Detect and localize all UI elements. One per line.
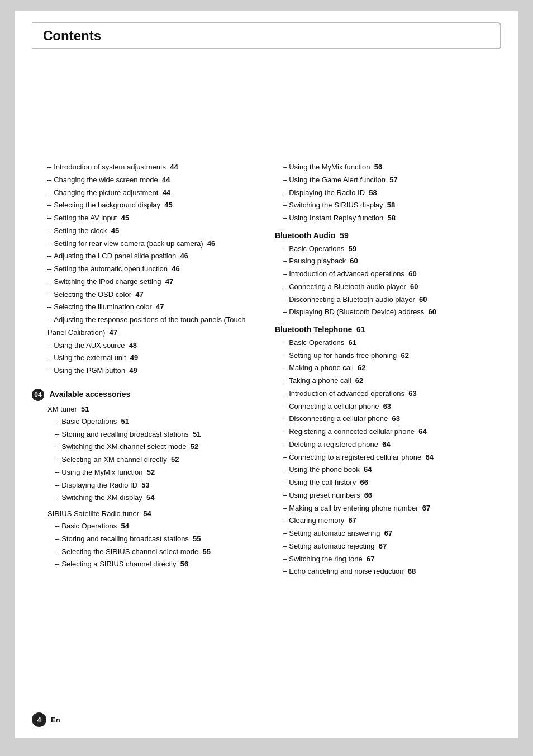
list-item: –Selecting an XM channel directly 52	[55, 453, 258, 466]
list-item: –Storing and recalling broadcast station…	[55, 428, 258, 441]
list-item: –Using Instant Replay function 58	[283, 212, 501, 225]
list-item: –Displaying the Radio ID 58	[283, 187, 501, 200]
list-item: –Setting automatic rejecting 67	[283, 540, 501, 553]
list-item: –Clearing memory 67	[283, 514, 501, 527]
list-item: –Using the Game Alert function 57	[283, 174, 501, 187]
list-item: –Introduction of advanced operations 63	[283, 388, 501, 400]
header: Contents	[32, 22, 501, 49]
page: Contents –Introduction of system adjustm…	[15, 11, 518, 738]
list-item: –Making a call by entering phone number …	[283, 502, 501, 515]
page-title: Contents	[43, 28, 101, 43]
list-item: –Changing the wide screen mode 44	[47, 174, 258, 187]
list-item: –Connecting a cellular phone 63	[283, 400, 501, 413]
list-item: –Switching the XM display 54	[55, 492, 258, 504]
list-item: –Switching the XM channel select mode 52	[55, 441, 258, 453]
xm-tuner-header: XM tuner 51	[32, 403, 258, 415]
section-04-header: 04 Available accessories	[32, 389, 258, 401]
list-item: –Adjusting the LCD panel slide position …	[47, 250, 258, 263]
list-item: –Setting up for hands-free phoning 62	[283, 349, 501, 362]
list-item: –Switching the SIRIUS display 58	[283, 199, 501, 212]
bt-phone-items: –Basic Operations 61 –Setting up for han…	[275, 337, 501, 578]
list-item: –Basic Operations 59	[283, 243, 501, 256]
list-item: –Displaying BD (Bluetooth Device) addres…	[283, 306, 501, 319]
list-item: –Displaying the Radio ID 53	[55, 479, 258, 492]
right-column: –Using the MyMix function 56 –Using the …	[275, 161, 501, 578]
list-item: –Using the AUX source 48	[47, 339, 258, 352]
bt-audio-header: Bluetooth Audio 59	[275, 229, 501, 243]
footer: 4 En	[32, 712, 60, 727]
sirius-continued: –Using the MyMix function 56 –Using the …	[275, 161, 501, 225]
list-item: –Adjusting the response positions of the…	[47, 314, 258, 339]
list-item: –Using the phone book 64	[283, 464, 501, 476]
list-item: –Using the PGM button 49	[47, 365, 258, 377]
section-title: Available accessories	[49, 390, 130, 399]
list-item: –Setting for rear view camera (back up c…	[47, 238, 258, 251]
list-item: –Connecting a Bluetooth audio player 60	[283, 281, 501, 294]
list-item: –Taking a phone call 62	[283, 375, 501, 388]
sirius-items: –Basic Operations 54 –Storing and recall…	[32, 520, 258, 571]
list-item: –Selecting the OSD color 47	[47, 289, 258, 301]
list-item: –Basic Operations 61	[283, 337, 501, 349]
list-item: –Using the external unit 49	[47, 352, 258, 365]
left-top-items: –Introduction of system adjustments 44 –…	[32, 161, 258, 377]
sirius-header: SIRIUS Satellite Radio tuner 54	[32, 508, 258, 520]
list-item: –Connecting to a registered cellular pho…	[283, 451, 501, 464]
footer-language: En	[51, 716, 60, 724]
list-item: –Disconnecting a Bluetooth audio player …	[283, 294, 501, 306]
list-item: –Switching the iPod charge setting 47	[47, 276, 258, 289]
list-item: –Making a phone call 62	[283, 362, 501, 375]
bt-phone-header: Bluetooth Telephone 61	[275, 323, 501, 337]
list-item: –Setting the automatic open function 46	[47, 263, 258, 276]
list-item: –Using the MyMix function 56	[283, 161, 501, 174]
list-item: –Introduction of advanced operations 60	[283, 268, 501, 281]
list-item: –Deleting a registered phone 64	[283, 438, 501, 451]
list-item: –Pausing playback 60	[283, 255, 501, 268]
list-item: –Selecting the SIRIUS channel select mod…	[55, 546, 258, 559]
list-item: –Echo canceling and noise reduction 68	[283, 565, 501, 578]
footer-page-number: 4	[32, 712, 46, 727]
list-item: –Switching the ring tone 67	[283, 553, 501, 566]
list-item: –Selecting the background display 45	[47, 199, 258, 212]
list-item: –Introduction of system adjustments 44	[47, 161, 258, 174]
list-item: –Using the call history 66	[283, 476, 501, 489]
list-item: –Basic Operations 51	[55, 415, 258, 428]
left-sub-items: –Introduction of system adjustments 44 –…	[32, 161, 258, 377]
list-item: –Selecting the illumination color 47	[47, 301, 258, 314]
list-item: –Setting the clock 45	[47, 225, 258, 238]
list-item: –Selecting a SIRIUS channel directly 56	[55, 558, 258, 571]
xm-tuner-items: –Basic Operations 51 –Storing and recall…	[32, 415, 258, 504]
bt-audio-items: –Basic Operations 59 –Pausing playback 6…	[275, 243, 501, 319]
section-number: 04	[32, 389, 44, 401]
list-item: –Using the MyMix function 52	[55, 466, 258, 479]
list-item: –Registering a connected cellular phone …	[283, 426, 501, 438]
left-column: –Introduction of system adjustments 44 –…	[32, 161, 258, 578]
list-item: –Using preset numbers 66	[283, 489, 501, 502]
list-item: –Disconnecting a cellular phone 63	[283, 413, 501, 426]
list-item: –Changing the picture adjustment 44	[47, 187, 258, 200]
content-columns: –Introduction of system adjustments 44 –…	[32, 161, 501, 578]
list-item: –Basic Operations 54	[55, 520, 258, 533]
list-item: –Setting automatic answering 67	[283, 527, 501, 540]
list-item: –Setting the AV input 45	[47, 212, 258, 225]
list-item: –Storing and recalling broadcast station…	[55, 533, 258, 546]
header-title-bar: Contents	[32, 22, 501, 49]
